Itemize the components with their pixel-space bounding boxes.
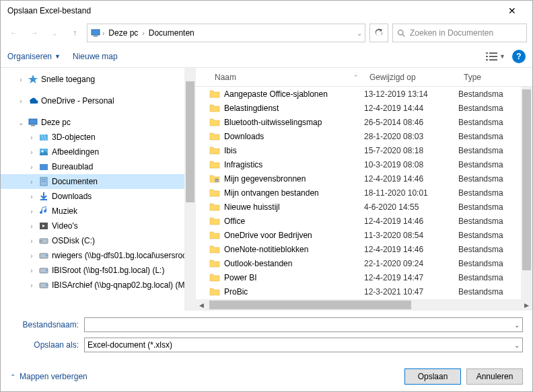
file-row[interactable]: Infragistics10-3-2019 08:08Bestandsma — [196, 157, 532, 171]
file-date: 12-4-2019 14:46 — [364, 174, 458, 184]
item-icon — [38, 132, 49, 143]
nav-up-icon[interactable]: ↑ — [67, 25, 83, 41]
chevron-right-icon[interactable]: › — [28, 208, 36, 215]
chevron-down-icon[interactable]: ⌄ — [357, 30, 362, 37]
tree-item[interactable]: ›Video's — [1, 219, 196, 233]
chevron-right-icon[interactable]: › — [28, 178, 36, 186]
tree-item[interactable]: ›IBISroot (\\bg-fs01.bg.local) (L:) — [1, 263, 196, 278]
scroll-left-icon[interactable]: ◀ — [196, 299, 207, 311]
breadcrumb-current[interactable]: Documenten — [146, 28, 197, 38]
file-row[interactable]: Nieuwe huisstijl4-6-2020 14:55Bestandsma — [196, 200, 532, 214]
help-button[interactable]: ? — [512, 50, 526, 63]
organize-button[interactable]: Organiseren ▼ — [7, 52, 61, 61]
tree-item-label: rwiegers (\\bg-dfs01.bg.local\usersroot) — [52, 251, 192, 260]
file-name: Mijn ontvangen bestanden — [224, 188, 364, 198]
new-folder-button[interactable]: Nieuwe map — [73, 52, 118, 61]
chevron-right-icon[interactable]: › — [17, 97, 25, 105]
save-button[interactable]: Opslaan — [404, 368, 461, 385]
chevron-right-icon[interactable]: › — [28, 237, 36, 245]
file-date: 12-3-2021 10:47 — [364, 287, 458, 297]
chevron-right-icon[interactable]: › — [28, 134, 36, 141]
column-name[interactable]: Naam ⌃ — [196, 73, 364, 82]
refresh-icon — [374, 28, 384, 38]
file-list[interactable]: Aangepaste Office-sjablonen13-12-2019 13… — [196, 87, 532, 299]
file-row[interactable]: OneNote-notitieblokken12-4-2019 14:46Bes… — [196, 242, 532, 256]
file-date: 13-12-2019 13:14 — [364, 89, 458, 99]
tree-item[interactable]: ›rwiegers (\\bg-dfs01.bg.local\usersroot… — [1, 248, 196, 263]
search-input[interactable]: Zoeken in Documenten — [392, 24, 527, 42]
nav-recent-icon[interactable]: ⌄ — [46, 25, 63, 41]
chevron-right-icon[interactable]: › — [28, 223, 36, 230]
folder-icon — [209, 286, 220, 297]
tree-item[interactable]: ›Afbeeldingen — [1, 145, 196, 159]
chevron-down-icon[interactable]: ⌄ — [17, 119, 25, 126]
nav-tree[interactable]: › Snelle toegang › OneDrive - Personal ⌄… — [1, 68, 196, 311]
cancel-button[interactable]: Annuleren — [466, 368, 523, 385]
tree-item[interactable]: ›Muziek — [1, 204, 196, 219]
folder-icon — [209, 131, 220, 142]
file-name: Power BI — [224, 273, 364, 282]
file-row[interactable]: Downloads28-1-2020 08:03Bestandsma — [196, 129, 532, 143]
view-mode-button[interactable]: ▼ — [486, 52, 505, 61]
file-row[interactable]: Outlook-bestanden22-1-2020 09:24Bestands… — [196, 256, 532, 270]
chevron-right-icon[interactable]: › — [17, 76, 25, 83]
file-row[interactable]: Mijn ontvangen bestanden18-11-2020 10:01… — [196, 186, 532, 200]
file-row[interactable]: OneDrive voor Bedrijven11-3-2020 08:54Be… — [196, 228, 532, 242]
chevron-right-icon[interactable]: › — [142, 30, 144, 37]
tree-item[interactable]: ›3D-objecten — [1, 130, 196, 145]
column-type[interactable]: Type — [458, 73, 521, 82]
file-date: 12-4-2019 14:44 — [364, 104, 458, 113]
saveas-label: Opslaan als: — [10, 340, 84, 350]
folder-icon — [209, 202, 220, 212]
chevron-right-icon[interactable]: › — [28, 267, 36, 274]
hide-folders-button[interactable]: ⌃ Mappen verbergen — [10, 372, 87, 381]
tree-onedrive[interactable]: › OneDrive - Personal — [1, 93, 196, 108]
tree-item[interactable]: ›Downloads — [1, 189, 196, 204]
tree-item[interactable]: ›IBISArchief (\\bg-qnap02.bg.local) (M:) — [1, 278, 196, 292]
saveas-select[interactable]: Excel-document (*.xlsx) ⌄ — [84, 338, 523, 352]
svg-rect-15 — [40, 164, 48, 170]
chevron-right-icon[interactable]: › — [28, 163, 36, 171]
breadcrumb-root[interactable]: Deze pc — [106, 28, 141, 38]
nav-forward-icon[interactable]: → — [26, 25, 42, 41]
chevron-right-icon[interactable]: › — [28, 193, 36, 200]
dropdown-icon[interactable]: ⌄ — [514, 321, 520, 329]
file-hscrollbar[interactable]: ◀ ▶ — [196, 299, 532, 311]
item-icon — [38, 280, 49, 290]
filename-input[interactable]: ⌄ — [84, 317, 523, 332]
nav-back-icon[interactable]: ← — [6, 25, 22, 41]
folder-icon — [209, 188, 220, 198]
dropdown-icon[interactable]: ⌄ — [514, 342, 520, 349]
tree-item-label: IBISArchief (\\bg-qnap02.bg.local) (M:) — [52, 280, 190, 290]
file-row[interactable]: Power BI12-4-2019 14:47Bestandsma — [196, 270, 532, 284]
file-name: Belastingdienst — [224, 104, 364, 113]
close-icon[interactable]: ✕ — [499, 5, 526, 16]
tree-scrollbar[interactable] — [184, 68, 196, 311]
refresh-button[interactable] — [369, 24, 388, 42]
file-row[interactable]: Mijn gegevensbronnen12-4-2019 14:46Besta… — [196, 171, 532, 186]
svg-rect-6 — [486, 56, 488, 57]
file-row[interactable]: Belastingdienst12-4-2019 14:44Bestandsma — [196, 101, 532, 115]
scroll-right-icon[interactable]: ▶ — [521, 299, 532, 311]
breadcrumb[interactable]: › Deze pc › Documenten ⌄ — [87, 24, 365, 42]
column-modified[interactable]: Gewijzigd op — [364, 73, 458, 82]
file-row[interactable]: Aangepaste Office-sjablonen13-12-2019 13… — [196, 87, 532, 101]
file-row[interactable]: Ibis15-7-2020 08:18Bestandsma — [196, 143, 532, 157]
svg-rect-11 — [31, 125, 35, 126]
pc-icon — [90, 28, 101, 38]
tree-quick-access[interactable]: › Snelle toegang — [1, 72, 196, 87]
chevron-right-icon[interactable]: › — [102, 30, 104, 37]
tree-item[interactable]: ›Bureaublad — [1, 159, 196, 174]
tree-item[interactable]: ›OSDisk (C:) — [1, 233, 196, 248]
tree-item[interactable]: ›Documenten — [1, 174, 196, 189]
file-row[interactable]: ProBic12-3-2021 10:47Bestandsma — [196, 284, 532, 299]
chevron-right-icon[interactable]: › — [28, 149, 36, 156]
chevron-right-icon[interactable]: › — [28, 252, 36, 260]
file-row[interactable]: Office12-4-2019 14:46Bestandsma — [196, 214, 532, 228]
tree-this-pc[interactable]: ⌄ Deze pc — [1, 115, 196, 130]
search-icon — [397, 29, 406, 38]
item-icon — [38, 221, 49, 231]
file-row[interactable]: Bluetooth-uitwisselingsmap26-5-2014 08:4… — [196, 115, 532, 129]
file-vscrollbar[interactable] — [521, 87, 532, 299]
chevron-right-icon[interactable]: › — [28, 282, 36, 289]
